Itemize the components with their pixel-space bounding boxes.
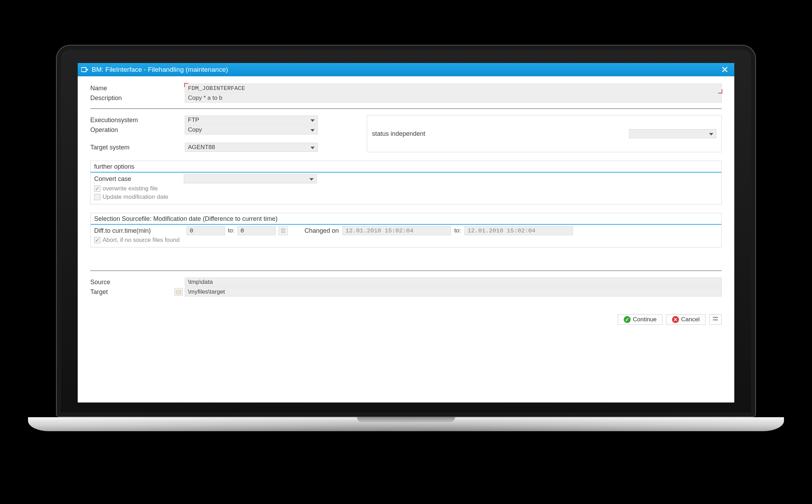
target-label: Target [90,288,185,296]
update-mod-date-label: Update modification date [103,194,168,201]
cancel-icon: ✕ [672,316,679,323]
dialog-content: Name FDM_JOBINTERFACE Description Copy *… [78,76,734,333]
name-label: Name [90,85,185,92]
description-input[interactable]: Copy * a to b [185,93,722,103]
divider [90,271,722,271]
operation-label: Operation [90,126,185,134]
target-row: Target \myfiles\target [90,287,722,297]
svg-point-6 [714,317,715,318]
status-label: status independent [372,130,425,138]
svg-point-8 [716,319,717,321]
further-options-title: further options [91,161,721,173]
cancel-button[interactable]: ✕ Cancel [666,314,706,325]
name-field-wrap: FDM_JOBINTERFACE [185,84,722,93]
window-icon [81,67,88,72]
sliders-icon [712,316,719,323]
selection-sourcefile-box: Selection Sourcefile: Modification date … [90,213,722,247]
calculator-icon[interactable] [279,226,288,235]
focus-bracket-icon [718,89,722,93]
name-row: Name FDM_JOBINTERFACE [90,83,722,93]
update-mod-date-checkbox[interactable] [94,194,100,200]
overwrite-label: overwrite existing file [103,185,158,192]
svg-rect-0 [81,68,86,72]
abort-label: Abort, if no source files found [103,237,180,244]
window-title: BM: FileInterface - Filehandling (mainte… [92,66,228,74]
close-button[interactable]: ✕ [719,64,731,75]
to-label: to: [228,227,234,234]
diff-to-input[interactable]: 0 [237,226,276,235]
target-system-label: Target system [90,144,185,151]
divider [90,108,722,109]
continue-button[interactable]: ✓ Continue [618,314,663,325]
source-input[interactable]: \tmp\data [185,278,722,287]
overwrite-checkbox[interactable]: ✓ [94,186,100,192]
description-row: Description Copy * a to b [90,93,722,103]
window-titlebar: BM: FileInterface - Filehandling (mainte… [78,63,734,76]
changed-from-input[interactable]: 12.01.2018 15:02:04 [342,226,451,235]
screen: BM: FileInterface - Filehandling (mainte… [78,63,734,402]
operation-select[interactable]: Copy [185,125,318,134]
settings-button[interactable] [709,314,722,325]
status-panel: status independent [367,115,722,152]
button-bar: ✓ Continue ✕ Cancel [90,314,722,325]
exec-section: Executionsystem FTP Operation Copy Targe… [90,115,722,152]
status-select[interactable] [629,129,716,138]
selection-sourcefile-title: Selection Sourcefile: Modification date … [91,213,721,225]
laptop-shadow [38,424,774,459]
check-icon: ✓ [624,316,631,323]
changed-to-input[interactable]: 12.01.2018 15:02:04 [464,226,573,235]
description-label: Description [90,94,185,102]
focus-bracket-icon [184,83,188,87]
diff-from-input[interactable]: 0 [187,226,225,235]
further-options-box: further options Convert case ✓ overwrite… [90,161,722,204]
target-system-select[interactable]: AGENT88 [185,143,318,152]
screen-bezel: BM: FileInterface - Filehandling (mainte… [56,45,756,417]
diff-label: Diff.to curr.time(min) [94,227,184,234]
name-input[interactable]: FDM_JOBINTERFACE [185,84,722,93]
source-label: Source [90,279,185,286]
source-row: Source \tmp\data [90,277,722,287]
target-input[interactable]: \myfiles\target [185,287,722,296]
convert-case-label: Convert case [94,175,184,183]
laptop-frame: BM: FileInterface - Filehandling (mainte… [56,45,756,459]
convert-case-select[interactable] [184,174,317,183]
abort-checkbox[interactable]: ✓ [94,237,100,243]
executionsystem-label: Executionsystem [90,117,185,124]
to-label-2: to: [454,227,461,234]
folder-icon[interactable] [174,288,183,296]
executionsystem-select[interactable]: FTP [185,115,318,125]
changed-on-label: Changed on [304,227,339,234]
